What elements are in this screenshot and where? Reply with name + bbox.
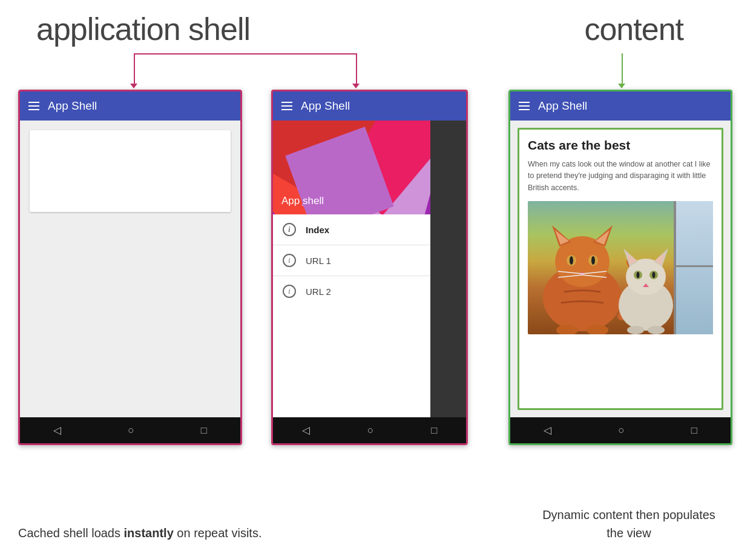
drawer-overlay <box>430 121 466 417</box>
drawer-item-url2[interactable]: i URL 2 <box>273 276 430 306</box>
phone1-nav-home[interactable]: ○ <box>128 425 134 437</box>
caption-bold: instantly <box>124 526 174 540</box>
phone3-nav-bar: ◁ ○ □ <box>510 417 731 443</box>
phone-3: App Shell Cats are the best When my cats… <box>508 90 732 445</box>
hamburger-icon-2[interactable] <box>281 102 292 110</box>
drawer-item-url1[interactable]: i URL 1 <box>273 245 430 276</box>
phone2-nav-back[interactable]: ◁ <box>302 424 310 437</box>
ann-line-right1 <box>356 53 357 85</box>
svg-point-29 <box>648 326 665 334</box>
phone1-nav-bar: ◁ ○ □ <box>20 417 240 443</box>
ann-arrow-content <box>618 84 625 88</box>
phone3-nav-back[interactable]: ◁ <box>544 424 551 437</box>
svg-point-7 <box>570 256 573 265</box>
phone2-nav-home[interactable]: ○ <box>367 425 373 437</box>
phone3-title: App Shell <box>538 99 587 113</box>
phone3-nav-home[interactable]: ○ <box>618 425 624 437</box>
info-icon-2: i <box>283 254 296 267</box>
phone1-nav-back[interactable]: ◁ <box>53 424 61 437</box>
ann-line-left1 <box>134 53 135 85</box>
phone1-title: App Shell <box>48 99 97 113</box>
application-shell-label: application shell <box>36 11 250 47</box>
cat-small-silhouette <box>613 237 679 334</box>
phone1-content-card <box>30 130 231 212</box>
caption-left-part2: on repeat visits. <box>174 526 262 540</box>
ann-arrow-right1 <box>352 84 360 88</box>
caption-left-part1: Cached shell loads <box>18 526 124 540</box>
svg-point-9 <box>591 256 595 265</box>
drawer-header: App shell <box>273 121 430 214</box>
ann-line-content <box>622 53 623 85</box>
phone1-body <box>20 121 240 417</box>
svg-point-28 <box>627 326 644 334</box>
drawer-panel: App shell i Index i URL 1 i URL 2 <box>273 121 430 417</box>
cat-image <box>528 201 713 334</box>
info-icon-3: i <box>283 285 296 298</box>
drawer-item-index[interactable]: i Index <box>273 214 430 245</box>
phone3-app-bar: App Shell <box>510 91 731 121</box>
info-icon-1: i <box>283 223 296 236</box>
phone3-body: Cats are the best When my cats look out … <box>510 121 731 417</box>
phone2-nav-recent[interactable]: □ <box>431 425 437 437</box>
svg-point-24 <box>637 272 640 278</box>
drawer-content: i Index i URL 1 i URL 2 <box>273 214 430 306</box>
content-title: Cats are the best <box>528 138 713 153</box>
ann-horiz-shell <box>134 53 357 55</box>
phone2-body: App shell i Index i URL 1 i URL 2 <box>273 121 466 417</box>
content-text: When my cats look out the window at anot… <box>528 159 713 194</box>
hamburger-icon-3[interactable] <box>519 102 530 110</box>
phone3-content-box: Cats are the best When my cats look out … <box>518 128 723 410</box>
phone2-nav-bar: ◁ ○ □ <box>273 417 466 443</box>
phone2-title: App Shell <box>301 99 350 113</box>
caption-right: Dynamic content then populates the view <box>538 506 720 542</box>
drawer-app-shell-label: App shell <box>281 195 324 207</box>
hamburger-icon[interactable] <box>28 102 39 110</box>
phone-2: App Shell App shell i <box>271 90 468 445</box>
phone1-nav-recent[interactable]: □ <box>201 425 207 437</box>
phone3-nav-recent[interactable]: □ <box>691 425 697 437</box>
svg-point-26 <box>652 272 656 278</box>
ann-arrow-left1 <box>130 84 137 88</box>
phone-1: App Shell ◁ ○ □ <box>18 90 242 445</box>
phone1-app-bar: App Shell <box>20 91 240 121</box>
phone2-app-bar: App Shell <box>273 91 466 121</box>
content-label: content <box>584 11 683 47</box>
caption-left: Cached shell loads instantly on repeat v… <box>18 524 272 542</box>
